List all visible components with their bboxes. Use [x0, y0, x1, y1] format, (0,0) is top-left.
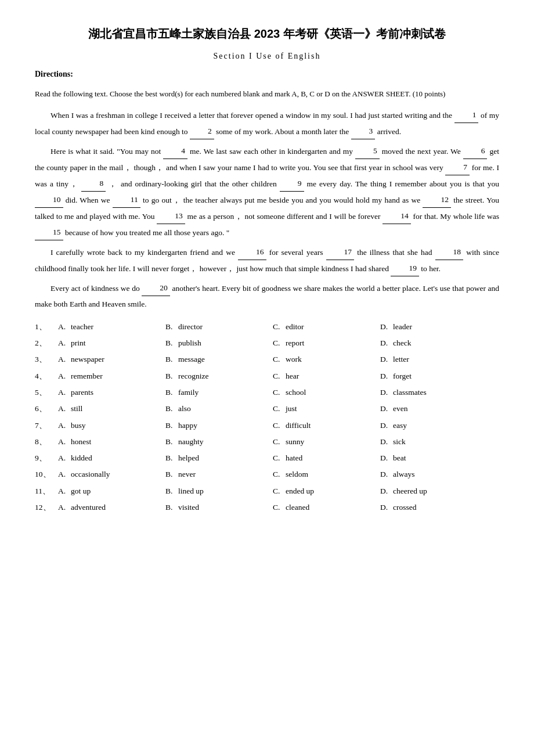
option-c-val-4: hear	[286, 369, 299, 383]
option-b-letter-2: B.	[165, 336, 178, 350]
option-row-5: 5、 A. parents B. family C. school D. cla…	[35, 386, 499, 399]
blank-4: 4	[163, 143, 187, 159]
option-b-col-8: B. naughty	[165, 435, 273, 449]
option-a-letter-11: A.	[58, 484, 71, 498]
option-c-letter-8: C.	[273, 435, 286, 449]
option-a-letter-1: A.	[58, 320, 71, 334]
option-c-letter-12: C.	[273, 501, 286, 514]
option-a-col-6: A. still	[58, 402, 165, 416]
option-b-letter-11: B.	[165, 484, 178, 498]
option-a-col-12: A. adventured	[58, 501, 165, 514]
option-c-col-10: C. seldom	[273, 467, 380, 481]
option-b-val-12: visited	[178, 501, 199, 514]
section-title: Section I Use of English	[35, 49, 499, 63]
option-d-letter-7: D.	[380, 419, 393, 433]
main-title: 湖北省宜昌市五峰土家族自治县 2023 年考研《英语一》考前冲刺试卷	[35, 23, 499, 44]
p2-text-h: did. When we	[66, 196, 110, 204]
option-d-col-9: D. beat	[380, 451, 488, 465]
option-a-letter-2: A.	[58, 336, 71, 350]
option-d-val-5: classmates	[393, 386, 427, 399]
option-b-col-6: B. also	[165, 402, 273, 416]
blank-16: 16	[238, 244, 266, 260]
blank-3: 3	[351, 123, 376, 139]
option-d-val-9: beat	[393, 451, 406, 465]
option-a-val-6: still	[71, 402, 82, 416]
option-b-letter-7: B.	[165, 419, 178, 433]
option-a-col-7: A. busy	[58, 419, 165, 433]
option-row-2: 2、 A. print B. publish C. report D. chec…	[35, 336, 499, 350]
option-a-letter-3: A.	[58, 352, 71, 366]
blank-19: 19	[391, 260, 419, 276]
option-b-val-4: recognize	[178, 369, 208, 383]
option-a-letter-10: A.	[58, 467, 71, 481]
option-c-col-2: C. report	[273, 336, 380, 350]
option-d-val-2: check	[393, 336, 411, 350]
option-a-col-10: A. occasionally	[58, 467, 165, 481]
option-b-col-1: B. director	[165, 320, 273, 334]
p2-text-k: me as a person， not someone different an…	[187, 212, 380, 221]
option-num-7: 7、	[35, 419, 58, 433]
option-row-11: 11、 A. got up B. lined up C. ended up D.…	[35, 484, 499, 498]
option-b-letter-1: B.	[165, 320, 178, 334]
option-b-letter-3: B.	[165, 352, 178, 366]
option-b-col-9: B. helped	[165, 451, 273, 465]
option-d-letter-3: D.	[380, 352, 393, 366]
option-b-letter-4: B.	[165, 369, 178, 383]
option-c-col-1: C. editor	[273, 320, 380, 334]
option-num-11: 11、	[35, 484, 58, 498]
option-c-letter-3: C.	[273, 352, 286, 366]
option-a-val-3: newspaper	[71, 352, 104, 366]
option-a-val-10: occasionally	[71, 467, 110, 481]
option-row-12: 12、 A. adventured B. visited C. cleaned …	[35, 501, 499, 514]
option-c-val-6: just	[286, 402, 297, 416]
option-c-val-11: ended up	[286, 484, 314, 498]
option-c-val-2: report	[286, 336, 304, 350]
option-a-col-11: A. got up	[58, 484, 165, 498]
option-b-val-3: message	[178, 352, 205, 366]
option-b-val-9: helped	[178, 451, 199, 465]
option-d-val-12: crossed	[393, 501, 417, 514]
option-d-col-3: D. letter	[380, 352, 488, 366]
option-row-1: 1、 A. teacher B. director C. editor D. l…	[35, 320, 499, 334]
option-d-letter-5: D.	[380, 386, 393, 399]
option-c-col-7: C. difficult	[273, 419, 380, 433]
option-b-letter-10: B.	[165, 467, 178, 481]
option-row-7: 7、 A. busy B. happy C. difficult D. easy	[35, 419, 499, 433]
option-a-val-7: busy	[71, 419, 86, 433]
p1-text-c: some of my work. About a month later the	[216, 127, 349, 136]
option-d-letter-10: D.	[380, 467, 393, 481]
blank-18: 18	[435, 244, 464, 260]
blank-2: 2	[190, 123, 214, 139]
option-row-10: 10、 A. occasionally B. never C. seldom D…	[35, 467, 499, 481]
option-c-val-9: hated	[286, 451, 302, 465]
p1-text-d: arrived.	[377, 127, 402, 136]
option-num-6: 6、	[35, 402, 58, 416]
option-c-letter-11: C.	[273, 484, 286, 498]
blank-12: 12	[423, 192, 451, 208]
option-c-letter-9: C.	[273, 451, 286, 465]
option-a-col-5: A. parents	[58, 386, 165, 399]
option-a-letter-6: A.	[58, 402, 71, 416]
option-d-col-2: D. check	[380, 336, 488, 350]
option-d-val-3: letter	[393, 352, 409, 366]
option-a-val-9: kidded	[71, 451, 92, 465]
option-a-val-5: parents	[71, 386, 93, 399]
option-d-letter-4: D.	[380, 369, 393, 383]
p2-text-g: me every day. The thing I remember about…	[307, 179, 499, 188]
option-a-val-1: teacher	[71, 320, 93, 334]
p2-text-l: for that. My whole life was	[413, 212, 500, 221]
option-a-col-4: A. remember	[58, 369, 165, 383]
option-b-letter-9: B.	[165, 451, 178, 465]
p2-text-m: because of how you treated me all those …	[65, 228, 229, 237]
option-d-val-8: sick	[393, 435, 406, 449]
option-d-val-10: always	[393, 467, 415, 481]
p2-text-b: me. We last saw each other in kindergart…	[190, 147, 353, 156]
option-d-val-4: forget	[393, 369, 412, 383]
option-a-letter-5: A.	[58, 386, 71, 399]
option-b-col-12: B. visited	[165, 501, 273, 514]
blank-13: 13	[157, 208, 185, 224]
option-d-letter-9: D.	[380, 451, 393, 465]
option-d-val-1: leader	[393, 320, 412, 334]
option-b-col-10: B. never	[165, 467, 273, 481]
blank-11: 11	[113, 192, 140, 208]
